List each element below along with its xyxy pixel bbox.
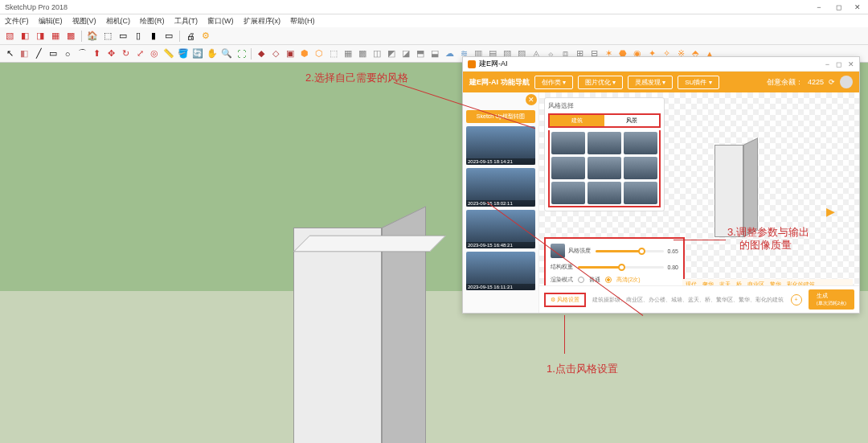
menu-draw[interactable]: 绘图(R) — [140, 16, 165, 27]
nav-tab-create[interactable]: 创作类 ▾ — [534, 76, 573, 89]
generate-button[interactable]: 生成 (单次消耗2点) — [809, 289, 854, 310]
history-thumb[interactable]: 2023-09-15 18:14:21 — [466, 126, 535, 165]
zoom-icon[interactable]: 🔍 — [220, 47, 233, 60]
orbit-icon[interactable]: 🔄 — [191, 47, 204, 60]
nav-tab-plugin[interactable]: SU插件 ▾ — [678, 76, 719, 89]
menu-edit[interactable]: 编辑(E) — [39, 16, 63, 27]
menu-camera[interactable]: 相机(C) — [106, 16, 131, 27]
offset-icon[interactable]: ◎ — [148, 47, 161, 60]
balance-label: 创意余额： — [767, 77, 803, 88]
plugin-icon[interactable]: ⬢ — [298, 47, 311, 60]
minimize-button[interactable]: − — [813, 3, 825, 11]
footer-tags: 建筑摄影级、商业区、办公楼、城墙、蓝天、桥、繁华区、繁华、彩化的建筑 — [592, 296, 784, 304]
next-arrow-icon[interactable]: ▶ — [826, 205, 835, 218]
paint-icon[interactable]: 🪣 — [177, 47, 190, 60]
menu-extensions[interactable]: 扩展程序(x) — [244, 16, 281, 27]
style-tabs: 建筑 风景 — [548, 113, 661, 128]
plugin-icon[interactable]: ⬓ — [428, 47, 441, 60]
style-thumb[interactable] — [551, 132, 585, 154]
plugin-icon[interactable]: ◆ — [255, 47, 268, 60]
zoom-icon[interactable]: + — [791, 294, 802, 306]
rect-icon[interactable]: ▭ — [47, 47, 59, 60]
plugin-icon[interactable]: ⬚ — [327, 47, 340, 60]
style-thumb[interactable] — [624, 132, 657, 154]
plugin-icon[interactable]: ◪ — [399, 47, 412, 60]
rotate-icon[interactable]: ↻ — [119, 47, 132, 60]
close-button[interactable]: ✕ — [852, 3, 863, 11]
history-thumb[interactable]: 2023-09-15 16:48:21 — [466, 210, 535, 248]
print-icon[interactable]: 🖨 — [184, 30, 197, 43]
mode-label: 渲染模式 — [551, 276, 573, 284]
mode-radio-hd[interactable] — [605, 277, 612, 283]
style-tab-arch[interactable]: 建筑 — [550, 115, 604, 126]
back-icon[interactable]: ▭ — [162, 30, 175, 43]
zoom-ext-icon[interactable]: ⛶ — [235, 47, 248, 60]
menu-file[interactable]: 文件(F) — [5, 16, 29, 27]
top-icon[interactable]: ▭ — [117, 30, 129, 43]
style-thumb[interactable] — [588, 132, 621, 154]
menu-view[interactable]: 视图(V) — [72, 16, 96, 27]
toolbar-row-1: ▧ ◧ ◨ ▦ ▩ 🏠 ⬚ ▭ ▯ ▮ ▭ 🖨 ⚙ — [0, 27, 868, 45]
tool-icon[interactable]: ▦ — [49, 30, 62, 43]
tape-icon[interactable]: 📏 — [162, 47, 175, 60]
tool-icon[interactable]: ▩ — [64, 30, 77, 43]
sidebar-close-icon[interactable]: ✕ — [526, 94, 537, 105]
structure-weight-slider[interactable] — [578, 266, 664, 269]
sidebar-mode-button[interactable]: Sketch Up模型转图 — [466, 110, 535, 123]
home-icon[interactable]: 🏠 — [86, 30, 99, 43]
mode-radio-normal[interactable] — [578, 277, 584, 283]
plugin-icon[interactable]: ◇ — [269, 47, 282, 60]
plugin-titlebar: 建E网-AI − ◻ ✕ — [463, 57, 859, 72]
arc-icon[interactable]: ⌒ — [76, 47, 88, 60]
move-icon[interactable]: ✥ — [104, 47, 117, 60]
plugin-icon[interactable]: ⬡ — [313, 47, 326, 60]
style-thumb[interactable] — [624, 157, 657, 179]
menu-tools[interactable]: 工具(T) — [174, 16, 199, 27]
preview-cube — [714, 137, 759, 241]
iso-icon[interactable]: ⬚ — [101, 30, 114, 43]
plugin-icon[interactable]: ◩ — [385, 47, 398, 60]
tool-icon[interactable]: ▧ — [3, 30, 16, 43]
plugin-icon[interactable]: ▦ — [342, 47, 354, 60]
avatar[interactable] — [840, 76, 853, 88]
style-thumb[interactable] — [624, 182, 657, 204]
plugin-close-button[interactable]: ✕ — [848, 60, 854, 68]
style-thumb[interactable] — [588, 157, 621, 179]
select-icon[interactable]: ↖ — [3, 47, 16, 60]
style-panel: 风格选择 建筑 风景 — [544, 97, 665, 211]
plugin-maximize-button[interactable]: ◻ — [836, 60, 841, 68]
history-thumb[interactable]: 2023-09-15 18:02:11 — [466, 168, 535, 207]
line-icon[interactable]: ╱ — [32, 47, 45, 60]
side-icon[interactable]: ▮ — [147, 30, 160, 43]
style-thumb[interactable] — [588, 182, 621, 204]
maximize-button[interactable]: ◻ — [833, 3, 844, 11]
tool-icon[interactable]: ◨ — [34, 30, 47, 43]
style-strength-slider[interactable] — [596, 250, 664, 252]
push-icon[interactable]: ⬆ — [90, 47, 103, 60]
pan-icon[interactable]: ✋ — [206, 47, 219, 60]
mode-option: 普通 — [589, 276, 600, 284]
scale-icon[interactable]: ⤢ — [133, 47, 146, 60]
gear-icon[interactable]: ⚙ — [199, 30, 212, 43]
plugin-icon[interactable]: ▣ — [284, 47, 297, 60]
menu-help[interactable]: 帮助(H) — [290, 16, 315, 27]
plugin-minimize-button[interactable]: − — [825, 60, 829, 68]
plugin-icon[interactable]: ▩ — [356, 47, 369, 60]
front-icon[interactable]: ▯ — [132, 30, 145, 43]
history-thumb[interactable]: 2023-09-15 16:11:21 — [466, 252, 535, 290]
menu-window[interactable]: 窗口(W) — [207, 16, 234, 27]
style-settings-button[interactable]: ⚙ 风格设置 — [544, 293, 586, 307]
nav-tab-inspire[interactable]: 灵感发现 ▾ — [628, 76, 673, 89]
plugin-icon[interactable]: ⬒ — [414, 47, 427, 60]
plugin-icon[interactable]: ☁ — [443, 47, 456, 60]
tool-icon[interactable]: ◧ — [18, 30, 31, 43]
model-cube[interactable] — [293, 211, 430, 443]
circle-icon[interactable]: ○ — [61, 47, 74, 60]
refresh-icon[interactable]: ⟳ — [829, 78, 835, 86]
style-tab-scenery[interactable]: 风景 — [604, 115, 659, 126]
nav-tab-optimize[interactable]: 图片优化 ▾ — [578, 76, 623, 89]
plugin-icon[interactable]: ◫ — [371, 47, 383, 60]
style-thumb[interactable] — [551, 182, 585, 204]
eraser-icon[interactable]: ◧ — [18, 47, 31, 60]
style-thumb[interactable] — [551, 157, 585, 179]
